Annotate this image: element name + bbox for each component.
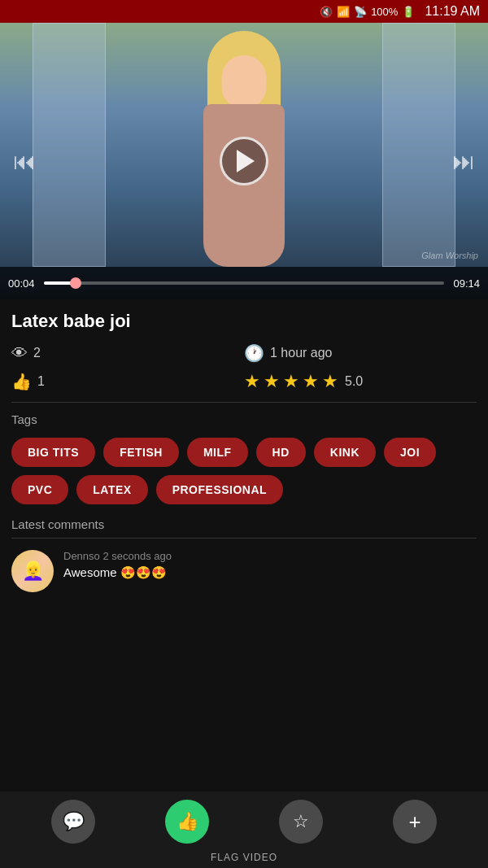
time-total: 09:14	[451, 277, 480, 290]
likes-count: 1	[37, 374, 45, 389]
flag-video-button[interactable]: FLAG VIDEO	[211, 852, 277, 868]
comments-section: Latest comments 👱‍♀️ Dennso 2 seconds ag…	[0, 517, 488, 592]
views-count: 2	[33, 346, 41, 360]
stats-row-likes: 👍 1 ★ ★ ★ ★ ★ 5.0	[11, 371, 477, 392]
comment-author: Dennso	[63, 550, 100, 562]
comment-meta: Dennso 2 seconds ago	[63, 550, 477, 562]
avatar-image: 👱‍♀️	[11, 550, 54, 592]
views-stat: 👁 2	[11, 344, 244, 363]
play-button[interactable]	[220, 137, 268, 185]
tag-professional[interactable]: PROFESSIONAL	[156, 475, 283, 504]
eye-icon: 👁	[11, 344, 28, 363]
wifi-icon: 📶	[337, 6, 350, 18]
stars-row: ★ ★ ★ ★ ★ 5.0	[244, 371, 477, 392]
star-4: ★	[303, 371, 319, 392]
status-icons: 🔇 📶 📡 100% 🔋	[320, 6, 415, 18]
comment-icon: 💬	[63, 811, 85, 832]
time-ago: 1 hour ago	[270, 346, 333, 360]
thumbsup-icon: 👍	[176, 811, 198, 832]
comment-text: Awesome 😍😍😍	[63, 565, 477, 580]
skip-forward-button[interactable]: ⏭	[452, 148, 475, 175]
content-area: Latex babe joi 👁 2 🕐 1 hour ago 👍 1 ★ ★ …	[0, 299, 488, 504]
progress-thumb[interactable]	[70, 277, 81, 289]
likes-stat: 👍 1	[11, 372, 244, 391]
battery-label: 100%	[371, 6, 398, 18]
stats-row-views: 👁 2 🕐 1 hour ago	[11, 343, 477, 363]
tag-kink[interactable]: KINK	[314, 438, 376, 467]
time-stat: 🕐 1 hour ago	[244, 343, 477, 363]
tag-fetish[interactable]: FETISH	[103, 438, 179, 467]
clock-icon: 🕐	[244, 343, 264, 363]
tag-milf[interactable]: MILF	[187, 438, 248, 467]
star-2: ★	[264, 371, 280, 392]
bottom-bar: 💬 👍 ☆ + FLAG VIDEO	[0, 792, 488, 868]
progress-track[interactable]	[44, 281, 444, 285]
status-bar: 🔇 📶 📡 100% 🔋 11:19 AM	[0, 0, 488, 23]
tag-joi[interactable]: JOI	[384, 438, 436, 467]
progress-bar-container: 00:04 09:14	[0, 267, 488, 299]
plus-icon: +	[408, 809, 420, 835]
tags-container: BIG TITS FETISH MILF HD KINK JOI PVC LAT…	[11, 438, 477, 504]
skip-back-button[interactable]: ⏮	[13, 148, 36, 175]
star-5: ★	[322, 371, 338, 392]
divider-tags	[11, 402, 477, 403]
time-current: 00:04	[8, 277, 37, 290]
star-3: ★	[283, 371, 299, 392]
add-button[interactable]: +	[393, 800, 437, 844]
status-time: 11:19 AM	[425, 4, 480, 19]
comment-body: Dennso 2 seconds ago Awesome 😍😍😍	[63, 550, 477, 580]
avatar: 👱‍♀️	[11, 550, 54, 592]
video-player: ⏮ ⏭ Glam Worship 00:04 09:14	[0, 23, 488, 299]
comment-item: 👱‍♀️ Dennso 2 seconds ago Awesome 😍😍😍	[11, 550, 477, 592]
tag-pvc[interactable]: PVC	[11, 475, 68, 504]
tags-label: Tags	[11, 412, 477, 426]
mute-icon: 🔇	[320, 6, 333, 18]
comment-button[interactable]: 💬	[51, 800, 95, 844]
comments-divider	[11, 538, 477, 539]
bottom-actions: 💬 👍 ☆ +	[0, 792, 488, 852]
play-icon	[237, 150, 255, 172]
like-button[interactable]: 👍	[165, 800, 209, 844]
tag-hd[interactable]: HD	[256, 438, 306, 467]
tag-big-tits[interactable]: BIG TITS	[11, 438, 95, 467]
signal-icon: 📡	[354, 6, 367, 18]
like-icon: 👍	[11, 372, 32, 391]
rating-number: 5.0	[345, 374, 363, 389]
video-title: Latex babe joi	[11, 311, 477, 332]
tag-latex[interactable]: LATEX	[76, 475, 147, 504]
comment-time: 2 seconds ago	[102, 550, 172, 562]
comments-label: Latest comments	[11, 517, 477, 531]
watermark: Glam Worship	[421, 251, 478, 260]
star-icon: ☆	[293, 811, 309, 832]
battery-icon: 🔋	[402, 6, 415, 18]
favorite-button[interactable]: ☆	[279, 800, 323, 844]
star-1: ★	[244, 371, 260, 392]
